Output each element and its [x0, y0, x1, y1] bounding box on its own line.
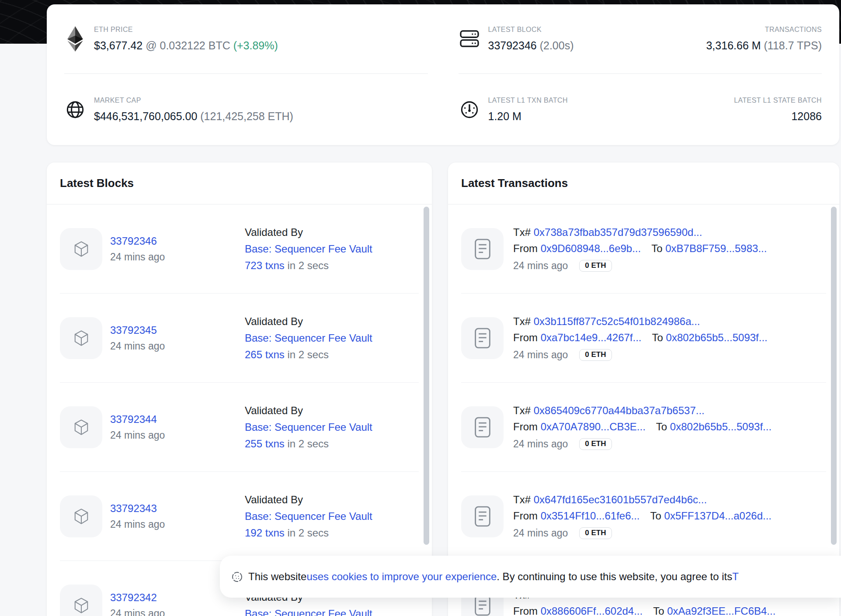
- from-label: From: [513, 332, 538, 343]
- tx-from-link[interactable]: 0x3514Ff10...61fe6...: [541, 510, 640, 522]
- transaction-row: Tx# 0x3b115ff877c52c54f01b824986a... Fro…: [461, 294, 826, 383]
- latest-transactions-list: Tx# 0x738a73fbab357d79d37596590d... From…: [448, 204, 839, 616]
- latest-transactions-panel: Latest Transactions Tx# 0x738a73fbab357d…: [448, 163, 839, 616]
- l1-txn-batch-label: LATEST L1 TXN BATCH: [488, 97, 568, 104]
- tx-age: 24 mins ago: [513, 527, 568, 539]
- tx-from-link[interactable]: 0x9D608948...6e9b...: [541, 242, 641, 254]
- cube-icon: [71, 328, 91, 348]
- block-duration: in 2 secs: [287, 349, 329, 360]
- block-icon-badge: [60, 495, 102, 537]
- block-number-link[interactable]: 33792344: [110, 413, 245, 426]
- eth-price-row: ETH PRICE $3,677.42 @ 0.032122 BTC (+3.8…: [64, 4, 428, 73]
- block-number-link[interactable]: 33792343: [110, 502, 245, 515]
- tx-age: 24 mins ago: [513, 438, 568, 450]
- tx-from-link[interactable]: 0xA70A7890...CB3E...: [541, 421, 646, 433]
- cube-icon: [71, 239, 91, 259]
- block-age: 24 mins ago: [110, 251, 245, 263]
- block-txns-link[interactable]: 192 txns: [245, 527, 285, 539]
- block-row: 33792343 24 mins ago Validated By Base: …: [60, 472, 419, 561]
- to-label: To: [651, 242, 662, 254]
- latest-block-number: 33792346: [488, 39, 537, 52]
- transaction-row: Tx# 0x647fd165ec31601b557d7ed4b6c... Fro…: [461, 472, 826, 561]
- block-row: 33792346 24 mins ago Validated By Base: …: [60, 204, 419, 294]
- transaction-icon-badge: [461, 228, 504, 270]
- tx-from-link[interactable]: 0xa7bc14e9...4267f...: [541, 332, 642, 343]
- from-label: From: [513, 421, 538, 433]
- latest-blocks-title: Latest Blocks: [47, 163, 432, 204]
- validator-link[interactable]: Base: Sequencer Fee Vault: [245, 243, 372, 255]
- tx-label: Tx#: [513, 226, 531, 238]
- latest-blocks-list: 33792346 24 mins ago Validated By Base: …: [47, 204, 432, 616]
- latest-block-value: 33792346 (2.00s): [488, 39, 574, 52]
- tx-to-link[interactable]: 0x802b65b5...5093f...: [670, 421, 771, 433]
- main-content: ETH PRICE $3,677.42 @ 0.032122 BTC (+3.8…: [47, 4, 839, 616]
- latest-block-row: LATEST BLOCK 33792346 (2.00s) TRANSACTIO…: [459, 4, 822, 73]
- cube-icon: [71, 506, 91, 526]
- market-cap-row: MARKET CAP $446,531,760,065.00 (121,425,…: [64, 73, 428, 145]
- stats-right-column: LATEST BLOCK 33792346 (2.00s) TRANSACTIO…: [459, 4, 822, 145]
- tx-to-link[interactable]: 0x802b65b5...5093f...: [666, 332, 768, 343]
- cookie-text-middle: . By continuing to use this website, you…: [497, 571, 732, 583]
- validated-by-label: Validated By: [245, 224, 372, 241]
- cookie-policy-link[interactable]: uses cookies to improve your experience: [306, 571, 497, 583]
- document-icon: [474, 239, 491, 260]
- tx-hash-link[interactable]: 0x738a73fbab357d79d37596590d...: [534, 226, 702, 238]
- tx-value-badge: 0 ETH: [579, 438, 612, 450]
- transactions-scrollbar-thumb[interactable]: [831, 207, 837, 545]
- document-icon: [474, 417, 491, 438]
- block-icon-badge: [60, 406, 102, 448]
- block-number-link[interactable]: 33792345: [110, 324, 245, 336]
- ethereum-icon: [64, 26, 86, 52]
- market-cap-label: MARKET CAP: [94, 97, 293, 104]
- tx-hash-link[interactable]: 0x647fd165ec31601b557d7ed4b6c...: [534, 494, 707, 505]
- block-age: 24 mins ago: [110, 429, 245, 441]
- blocks-scrollbar-thumb[interactable]: [424, 207, 429, 545]
- validator-link[interactable]: Base: Sequencer Fee Vault: [245, 608, 372, 616]
- stats-left-column: ETH PRICE $3,677.42 @ 0.032122 BTC (+3.8…: [64, 4, 428, 145]
- latest-block-time: (2.00s): [540, 39, 574, 52]
- transactions-count: 3,316.66 M: [706, 39, 761, 52]
- block-txns-link[interactable]: 723 txns: [245, 260, 285, 271]
- tx-to-link[interactable]: 0x5FF137D4...a026d...: [664, 510, 771, 522]
- validator-link[interactable]: Base: Sequencer Fee Vault: [245, 332, 372, 344]
- tx-to-link[interactable]: 0xAa92f3EE...FC6B4...: [667, 605, 775, 616]
- eth-price-label: ETH PRICE: [94, 26, 278, 34]
- cube-icon: [71, 595, 91, 616]
- tx-hash-link[interactable]: 0x865409c6770a44bba37a7b6537...: [534, 405, 705, 416]
- tx-value-badge: 0 ETH: [579, 349, 612, 361]
- tx-hash-link[interactable]: 0x3b115ff877c52c54f01b824986a...: [534, 315, 700, 327]
- block-txns-link[interactable]: 265 txns: [245, 349, 285, 360]
- latest-blocks-panel: Latest Blocks 33792346 24 mins ago Valid…: [47, 163, 432, 616]
- block-number-link[interactable]: 33792346: [110, 235, 245, 247]
- cookie-consent-banner: This website uses cookies to improve you…: [220, 556, 841, 598]
- from-label: From: [513, 510, 538, 522]
- to-label: To: [656, 421, 667, 433]
- validated-by-label: Validated By: [245, 313, 372, 330]
- block-icon-badge: [60, 228, 102, 270]
- tx-to-link[interactable]: 0xB7B8F759...5983...: [665, 242, 767, 254]
- tx-from-link[interactable]: 0x886606Ff...602d4...: [541, 605, 643, 616]
- transactions-tps: (118.7 TPS): [764, 39, 822, 52]
- block-txns-link[interactable]: 255 txns: [245, 438, 285, 450]
- cookie-icon: [231, 571, 243, 583]
- block-icon-badge: [60, 585, 102, 616]
- block-age: 24 mins ago: [110, 340, 245, 352]
- eth-price-change: (+3.89%): [233, 39, 278, 52]
- market-cap-eth: (121,425,258 ETH): [200, 110, 293, 122]
- to-label: To: [652, 332, 663, 343]
- block-duration: in 2 secs: [287, 438, 329, 450]
- validator-link[interactable]: Base: Sequencer Fee Vault: [245, 421, 372, 433]
- block-duration: in 2 secs: [287, 527, 329, 539]
- gauge-icon: [459, 100, 480, 120]
- panels-row: Latest Blocks 33792346 24 mins ago Valid…: [47, 163, 839, 616]
- server-icon: [459, 30, 480, 48]
- validator-link[interactable]: Base: Sequencer Fee Vault: [245, 510, 372, 522]
- document-icon: [474, 328, 491, 349]
- to-label: To: [650, 510, 661, 522]
- validated-by-label: Validated By: [245, 402, 372, 419]
- from-label: From: [513, 242, 538, 254]
- tx-age: 24 mins ago: [513, 349, 568, 361]
- terms-link[interactable]: T: [732, 571, 739, 583]
- l1-txn-batch-value: 1.20 M: [488, 110, 568, 123]
- cube-icon: [71, 417, 91, 437]
